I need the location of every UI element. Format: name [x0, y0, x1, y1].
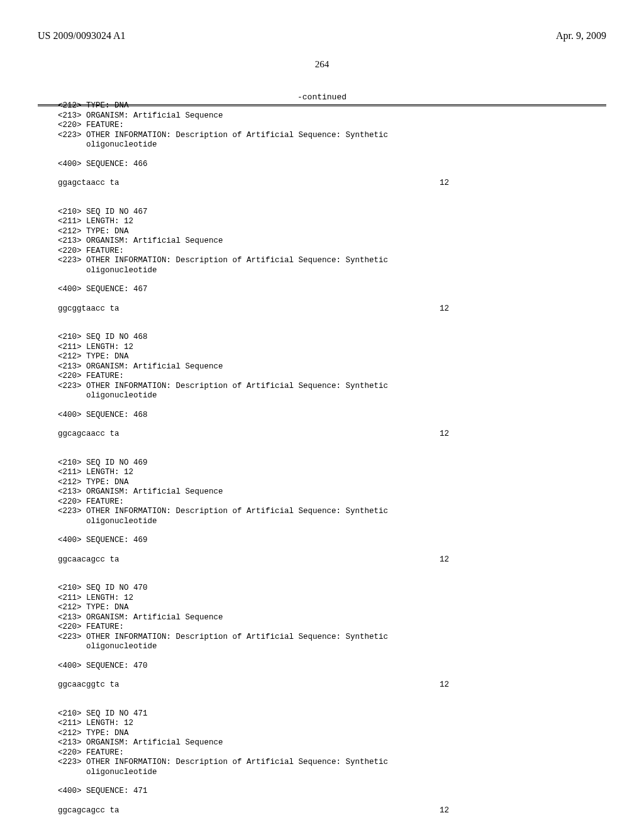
listing-line — [58, 323, 606, 333]
listing-line — [58, 198, 606, 208]
listing-line: <213> ORGANISM: Artificial Sequence — [58, 487, 606, 497]
sequence-line: ggcggtaacc ta12 — [58, 304, 606, 314]
listing-line: oligonucleotide — [58, 266, 606, 276]
listing-line — [58, 797, 606, 806]
sequence-text: ggcaacggtc ta — [58, 680, 119, 690]
listing-line: <212> TYPE: DNA — [58, 101, 606, 111]
listing-line: oligonucleotide — [58, 140, 606, 150]
listing-line: <400> SEQUENCE: 471 — [58, 787, 606, 797]
listing-line: <220> FEATURE: — [58, 748, 606, 758]
listing-line: <213> ORGANISM: Artificial Sequence — [58, 362, 606, 372]
sequence-count: 12 — [440, 304, 449, 314]
listing-line: <223> OTHER INFORMATION: Description of … — [58, 758, 606, 768]
listing-line: <220> FEATURE: — [58, 372, 606, 382]
listing-line: <212> TYPE: DNA — [58, 603, 606, 613]
listing-line: <223> OTHER INFORMATION: Description of … — [58, 131, 606, 141]
listing-line: <400> SEQUENCE: 467 — [58, 285, 606, 295]
listing-line: <212> TYPE: DNA — [58, 352, 606, 362]
sequence-text: ggagctaacc ta — [58, 179, 119, 189]
listing-line: oligonucleotide — [58, 517, 606, 527]
listing-line — [58, 420, 606, 429]
listing-line: oligonucleotide — [58, 768, 606, 778]
sequence-line: ggcaacggtc ta12 — [58, 680, 606, 690]
sequence-count: 12 — [440, 555, 449, 565]
listing-line: <400> SEQUENCE: 468 — [58, 411, 606, 421]
listing-line — [58, 690, 606, 700]
listing-line: <220> FEATURE: — [58, 622, 606, 633]
listing-line: <210> SEQ ID NO 468 — [58, 333, 606, 343]
listing-line — [58, 275, 606, 285]
listing-line: <210> SEQ ID NO 471 — [58, 709, 606, 719]
sequence-text: ggcagcagcc ta — [58, 806, 119, 816]
listing-line: <211> LENGTH: 12 — [58, 217, 606, 227]
listing-line: <400> SEQUENCE: 466 — [58, 160, 606, 170]
listing-line: <212> TYPE: DNA — [58, 227, 606, 237]
listing-line — [58, 150, 606, 160]
sequence-line: ggcagcaacc ta12 — [58, 429, 606, 440]
listing-line: <223> OTHER INFORMATION: Description of … — [58, 382, 606, 392]
listing-line: <211> LENGTH: 12 — [58, 594, 606, 604]
listing-line: oligonucleotide — [58, 642, 606, 652]
listing-line — [58, 189, 606, 198]
listing-line: <220> FEATURE: — [58, 497, 606, 507]
listing-line: <211> LENGTH: 12 — [58, 343, 606, 353]
listing-line — [58, 440, 606, 449]
listing-line — [58, 671, 606, 680]
listing-line — [58, 777, 606, 787]
sequence-text: ggcaacagcc ta — [58, 555, 119, 565]
listing-line: <212> TYPE: DNA — [58, 478, 606, 488]
listing-line: <213> ORGANISM: Artificial Sequence — [58, 111, 606, 121]
continued-label: -continued — [38, 92, 606, 102]
listing-line: <210> SEQ ID NO 470 — [58, 584, 606, 594]
listing-line — [58, 169, 606, 179]
listing-line: <211> LENGTH: 12 — [58, 468, 606, 478]
page-header: US 2009/0093024 A1 Apr. 9, 2009 — [38, 30, 606, 42]
listing-line: <213> ORGANISM: Artificial Sequence — [58, 738, 606, 748]
listing-line: oligonucleotide — [58, 391, 606, 401]
listing-line: <223> OTHER INFORMATION: Description of … — [58, 507, 606, 517]
listing-line — [58, 295, 606, 304]
listing-line: <223> OTHER INFORMATION: Description of … — [58, 256, 606, 266]
sequence-line: ggcagcagcc ta12 — [58, 806, 606, 816]
sequence-text: ggcggtaacc ta — [58, 304, 119, 314]
sequence-count: 12 — [440, 179, 449, 189]
sequence-line: ggcaacagcc ta12 — [58, 555, 606, 565]
sequence-count: 12 — [440, 680, 449, 690]
listing-line — [58, 449, 606, 458]
sequence-count: 12 — [440, 806, 449, 816]
listing-line: <213> ORGANISM: Artificial Sequence — [58, 236, 606, 246]
sequence-text: ggcagcaacc ta — [58, 429, 119, 440]
sequence-listing: <212> TYPE: DNA<213> ORGANISM: Artificia… — [38, 101, 606, 816]
listing-line: <220> FEATURE: — [58, 246, 606, 257]
listing-line — [58, 401, 606, 411]
listing-line — [58, 314, 606, 323]
document-date: Apr. 9, 2009 — [556, 30, 606, 42]
listing-line: <211> LENGTH: 12 — [58, 719, 606, 729]
listing-line: <210> SEQ ID NO 469 — [58, 458, 606, 468]
listing-line — [58, 652, 606, 661]
listing-line: <223> OTHER INFORMATION: Description of … — [58, 633, 606, 643]
page-number: 264 — [38, 59, 606, 70]
listing-line: <400> SEQUENCE: 469 — [58, 536, 606, 546]
listing-line — [58, 546, 606, 555]
listing-line — [58, 526, 606, 536]
sequence-line: ggagctaacc ta12 — [58, 179, 606, 189]
listing-line: <400> SEQUENCE: 470 — [58, 661, 606, 672]
listing-line — [58, 574, 606, 584]
sequence-count: 12 — [440, 429, 449, 440]
listing-line — [58, 565, 606, 574]
document-id: US 2009/0093024 A1 — [38, 30, 126, 42]
listing-line: <212> TYPE: DNA — [58, 729, 606, 739]
listing-line: <213> ORGANISM: Artificial Sequence — [58, 613, 606, 623]
listing-line — [58, 700, 606, 709]
listing-line: <210> SEQ ID NO 467 — [58, 208, 606, 218]
listing-line: <220> FEATURE: — [58, 121, 606, 131]
